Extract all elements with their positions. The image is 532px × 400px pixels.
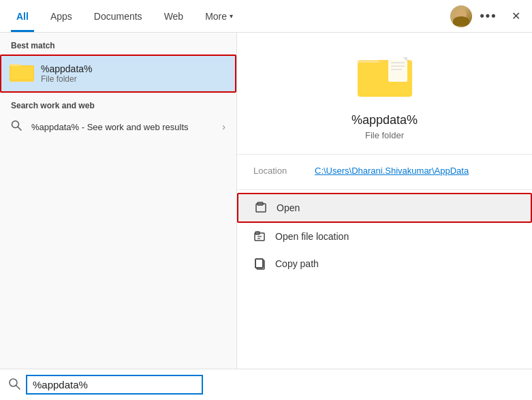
best-match-result[interactable]: %appdata% File folder [0,55,236,93]
svg-line-22 [16,385,20,389]
svg-line-5 [18,127,22,131]
tab-documents-label: Documents [94,11,142,22]
open-file-location-action[interactable]: Open file location [237,223,532,250]
tab-documents[interactable]: Documents [83,0,153,32]
tab-web[interactable]: Web [153,0,195,32]
search-icon-web [11,120,25,134]
nav-tabs: All Apps Documents Web More ▾ [5,0,244,32]
more-chevron-icon: ▾ [230,12,233,20]
tab-all-label: All [16,11,29,22]
copy-path-icon [253,257,267,271]
svg-rect-3 [10,66,33,80]
copy-path-label: Copy path [275,258,319,269]
nav-right: ••• ✕ [450,5,527,27]
dots-icon: ••• [480,9,497,23]
search-web-header: Search work and web [0,93,236,114]
search-icon-bottom [8,378,20,393]
web-search-item[interactable]: %appdata% - See work and web results › [0,114,236,139]
tab-more[interactable]: More ▾ [194,0,244,32]
web-search-suffix: - See work and web results [79,122,188,132]
result-text: %appdata% File folder [41,63,93,84]
detail-top: %appdata% File folder [237,33,532,155]
web-search-text: %appdata% - See work and web results [31,122,189,132]
result-name: %appdata% [41,63,93,74]
detail-name: %appdata% [351,113,418,127]
result-type: File folder [41,74,93,84]
best-match-header: Best match [0,33,236,55]
copy-path-action[interactable]: Copy path [237,250,532,277]
avatar[interactable] [450,5,472,27]
more-options-button[interactable]: ••• [478,5,499,27]
folder-icon-small [10,61,34,86]
open-icon [255,201,268,215]
search-input[interactable] [26,375,203,395]
close-icon: ✕ [512,10,520,22]
tab-apps[interactable]: Apps [40,0,83,32]
avatar-image [450,5,472,27]
open-file-location-icon [253,230,267,243]
left-panel: Best match %appdata% File folder Search … [0,33,237,369]
detail-info: Location C:\Users\Dharani.Shivakumar\App… [237,155,532,190]
location-value[interactable]: C:\Users\Dharani.Shivakumar\AppData [315,166,469,176]
open-action[interactable]: Open [237,193,532,223]
close-button[interactable]: ✕ [505,5,527,27]
bottom-bar [0,369,532,400]
web-search-query: %appdata% [31,122,79,132]
svg-rect-19 [255,259,263,268]
tab-all[interactable]: All [5,0,40,32]
right-panel: %appdata% File folder Location C:\Users\… [237,33,532,369]
open-label: Open [277,202,300,213]
location-row: Location C:\Users\Dharani.Shivakumar\App… [253,166,516,176]
folder-icon-large [358,53,412,102]
location-label: Location [253,166,315,176]
detail-type: File folder [365,130,404,140]
main-layout: Best match %appdata% File folder Search … [0,33,532,369]
tab-apps-label: Apps [50,11,72,22]
detail-actions: Open Open file location [237,190,532,280]
tab-web-label: Web [164,11,184,22]
open-file-location-label: Open file location [275,231,349,242]
top-nav: All Apps Documents Web More ▾ ••• ✕ [0,0,532,33]
chevron-right-icon: › [222,121,225,132]
tab-more-label: More [205,11,227,22]
